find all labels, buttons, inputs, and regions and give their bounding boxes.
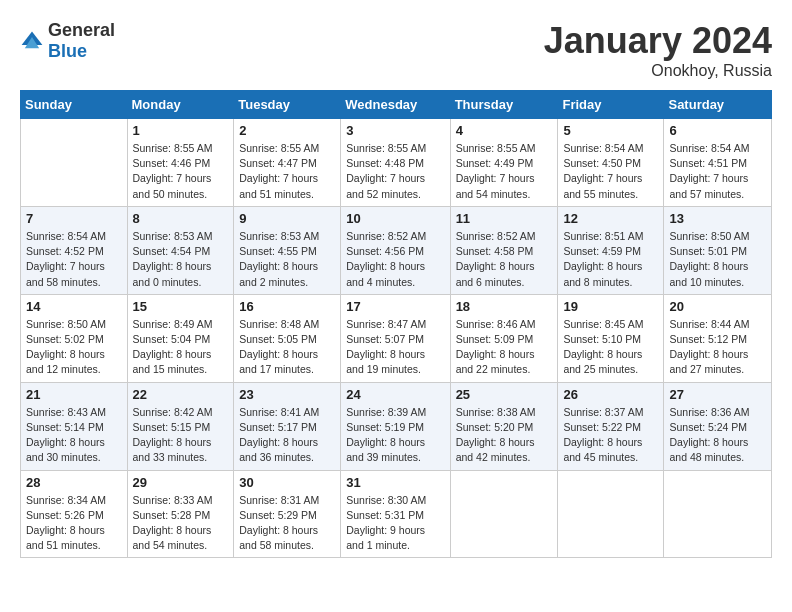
week-row-2: 7Sunrise: 8:54 AMSunset: 4:52 PMDaylight… xyxy=(21,206,772,294)
page-header: General Blue January 2024 Onokhoy, Russi… xyxy=(20,20,772,80)
calendar-cell: 14Sunrise: 8:50 AMSunset: 5:02 PMDayligh… xyxy=(21,294,128,382)
day-info: Sunrise: 8:52 AMSunset: 4:58 PMDaylight:… xyxy=(456,229,553,290)
calendar-cell: 9Sunrise: 8:53 AMSunset: 4:55 PMDaylight… xyxy=(234,206,341,294)
calendar-cell xyxy=(558,470,664,558)
location-title: Onokhoy, Russia xyxy=(544,62,772,80)
calendar-cell: 30Sunrise: 8:31 AMSunset: 5:29 PMDayligh… xyxy=(234,470,341,558)
day-number: 13 xyxy=(669,211,766,226)
day-number: 24 xyxy=(346,387,444,402)
day-info: Sunrise: 8:39 AMSunset: 5:19 PMDaylight:… xyxy=(346,405,444,466)
day-info: Sunrise: 8:33 AMSunset: 5:28 PMDaylight:… xyxy=(133,493,229,554)
day-info: Sunrise: 8:44 AMSunset: 5:12 PMDaylight:… xyxy=(669,317,766,378)
calendar-cell: 26Sunrise: 8:37 AMSunset: 5:22 PMDayligh… xyxy=(558,382,664,470)
day-number: 12 xyxy=(563,211,658,226)
calendar-cell xyxy=(450,470,558,558)
calendar-cell: 29Sunrise: 8:33 AMSunset: 5:28 PMDayligh… xyxy=(127,470,234,558)
calendar-cell xyxy=(21,119,128,207)
calendar-cell: 6Sunrise: 8:54 AMSunset: 4:51 PMDaylight… xyxy=(664,119,772,207)
day-info: Sunrise: 8:30 AMSunset: 5:31 PMDaylight:… xyxy=(346,493,444,554)
calendar-cell: 5Sunrise: 8:54 AMSunset: 4:50 PMDaylight… xyxy=(558,119,664,207)
day-info: Sunrise: 8:53 AMSunset: 4:55 PMDaylight:… xyxy=(239,229,335,290)
calendar-cell: 4Sunrise: 8:55 AMSunset: 4:49 PMDaylight… xyxy=(450,119,558,207)
day-info: Sunrise: 8:45 AMSunset: 5:10 PMDaylight:… xyxy=(563,317,658,378)
day-number: 2 xyxy=(239,123,335,138)
week-row-4: 21Sunrise: 8:43 AMSunset: 5:14 PMDayligh… xyxy=(21,382,772,470)
day-info: Sunrise: 8:55 AMSunset: 4:47 PMDaylight:… xyxy=(239,141,335,202)
day-info: Sunrise: 8:55 AMSunset: 4:46 PMDaylight:… xyxy=(133,141,229,202)
day-info: Sunrise: 8:38 AMSunset: 5:20 PMDaylight:… xyxy=(456,405,553,466)
day-number: 29 xyxy=(133,475,229,490)
calendar-cell: 15Sunrise: 8:49 AMSunset: 5:04 PMDayligh… xyxy=(127,294,234,382)
calendar-cell: 13Sunrise: 8:50 AMSunset: 5:01 PMDayligh… xyxy=(664,206,772,294)
day-number: 28 xyxy=(26,475,122,490)
day-info: Sunrise: 8:48 AMSunset: 5:05 PMDaylight:… xyxy=(239,317,335,378)
logo-general: General xyxy=(48,20,115,40)
day-number: 25 xyxy=(456,387,553,402)
day-info: Sunrise: 8:49 AMSunset: 5:04 PMDaylight:… xyxy=(133,317,229,378)
calendar-cell: 27Sunrise: 8:36 AMSunset: 5:24 PMDayligh… xyxy=(664,382,772,470)
calendar-cell xyxy=(664,470,772,558)
calendar-cell: 31Sunrise: 8:30 AMSunset: 5:31 PMDayligh… xyxy=(341,470,450,558)
day-info: Sunrise: 8:55 AMSunset: 4:48 PMDaylight:… xyxy=(346,141,444,202)
calendar-cell: 8Sunrise: 8:53 AMSunset: 4:54 PMDaylight… xyxy=(127,206,234,294)
day-number: 26 xyxy=(563,387,658,402)
calendar-cell: 17Sunrise: 8:47 AMSunset: 5:07 PMDayligh… xyxy=(341,294,450,382)
calendar-cell: 11Sunrise: 8:52 AMSunset: 4:58 PMDayligh… xyxy=(450,206,558,294)
calendar-cell: 28Sunrise: 8:34 AMSunset: 5:26 PMDayligh… xyxy=(21,470,128,558)
day-info: Sunrise: 8:55 AMSunset: 4:49 PMDaylight:… xyxy=(456,141,553,202)
week-row-5: 28Sunrise: 8:34 AMSunset: 5:26 PMDayligh… xyxy=(21,470,772,558)
calendar-cell: 19Sunrise: 8:45 AMSunset: 5:10 PMDayligh… xyxy=(558,294,664,382)
day-info: Sunrise: 8:34 AMSunset: 5:26 PMDaylight:… xyxy=(26,493,122,554)
calendar-cell: 23Sunrise: 8:41 AMSunset: 5:17 PMDayligh… xyxy=(234,382,341,470)
day-info: Sunrise: 8:37 AMSunset: 5:22 PMDaylight:… xyxy=(563,405,658,466)
week-row-1: 1Sunrise: 8:55 AMSunset: 4:46 PMDaylight… xyxy=(21,119,772,207)
day-info: Sunrise: 8:51 AMSunset: 4:59 PMDaylight:… xyxy=(563,229,658,290)
day-number: 18 xyxy=(456,299,553,314)
day-number: 4 xyxy=(456,123,553,138)
day-info: Sunrise: 8:54 AMSunset: 4:52 PMDaylight:… xyxy=(26,229,122,290)
day-number: 6 xyxy=(669,123,766,138)
calendar-cell: 21Sunrise: 8:43 AMSunset: 5:14 PMDayligh… xyxy=(21,382,128,470)
day-info: Sunrise: 8:50 AMSunset: 5:01 PMDaylight:… xyxy=(669,229,766,290)
day-header-friday: Friday xyxy=(558,91,664,119)
day-info: Sunrise: 8:47 AMSunset: 5:07 PMDaylight:… xyxy=(346,317,444,378)
calendar-cell: 20Sunrise: 8:44 AMSunset: 5:12 PMDayligh… xyxy=(664,294,772,382)
day-header-saturday: Saturday xyxy=(664,91,772,119)
calendar-cell: 25Sunrise: 8:38 AMSunset: 5:20 PMDayligh… xyxy=(450,382,558,470)
week-row-3: 14Sunrise: 8:50 AMSunset: 5:02 PMDayligh… xyxy=(21,294,772,382)
calendar-body: 1Sunrise: 8:55 AMSunset: 4:46 PMDaylight… xyxy=(21,119,772,558)
day-number: 8 xyxy=(133,211,229,226)
day-number: 31 xyxy=(346,475,444,490)
day-number: 19 xyxy=(563,299,658,314)
month-title: January 2024 xyxy=(544,20,772,62)
day-info: Sunrise: 8:31 AMSunset: 5:29 PMDaylight:… xyxy=(239,493,335,554)
logo-blue: Blue xyxy=(48,41,87,61)
calendar-cell: 7Sunrise: 8:54 AMSunset: 4:52 PMDaylight… xyxy=(21,206,128,294)
day-info: Sunrise: 8:46 AMSunset: 5:09 PMDaylight:… xyxy=(456,317,553,378)
calendar-cell: 2Sunrise: 8:55 AMSunset: 4:47 PMDaylight… xyxy=(234,119,341,207)
day-info: Sunrise: 8:43 AMSunset: 5:14 PMDaylight:… xyxy=(26,405,122,466)
day-header-tuesday: Tuesday xyxy=(234,91,341,119)
day-header-thursday: Thursday xyxy=(450,91,558,119)
day-header-sunday: Sunday xyxy=(21,91,128,119)
day-number: 17 xyxy=(346,299,444,314)
day-info: Sunrise: 8:42 AMSunset: 5:15 PMDaylight:… xyxy=(133,405,229,466)
day-header-monday: Monday xyxy=(127,91,234,119)
day-number: 30 xyxy=(239,475,335,490)
day-number: 3 xyxy=(346,123,444,138)
day-number: 10 xyxy=(346,211,444,226)
day-info: Sunrise: 8:54 AMSunset: 4:51 PMDaylight:… xyxy=(669,141,766,202)
day-number: 9 xyxy=(239,211,335,226)
day-number: 21 xyxy=(26,387,122,402)
day-info: Sunrise: 8:53 AMSunset: 4:54 PMDaylight:… xyxy=(133,229,229,290)
day-number: 27 xyxy=(669,387,766,402)
logo: General Blue xyxy=(20,20,115,62)
day-number: 15 xyxy=(133,299,229,314)
day-info: Sunrise: 8:36 AMSunset: 5:24 PMDaylight:… xyxy=(669,405,766,466)
day-number: 14 xyxy=(26,299,122,314)
calendar-table: SundayMondayTuesdayWednesdayThursdayFrid… xyxy=(20,90,772,558)
calendar-cell: 3Sunrise: 8:55 AMSunset: 4:48 PMDaylight… xyxy=(341,119,450,207)
logo-icon xyxy=(20,29,44,53)
day-number: 1 xyxy=(133,123,229,138)
day-info: Sunrise: 8:41 AMSunset: 5:17 PMDaylight:… xyxy=(239,405,335,466)
